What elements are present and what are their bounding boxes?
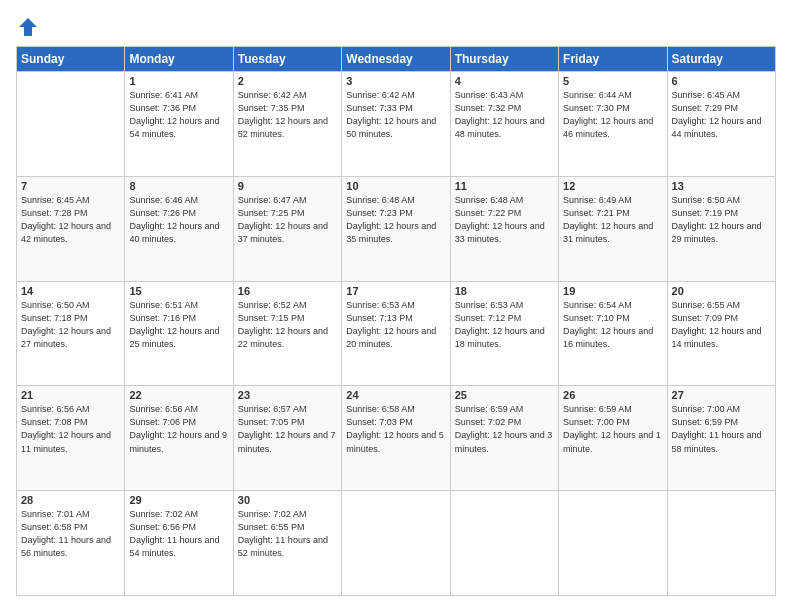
calendar-cell (342, 491, 450, 596)
calendar-cell: 26Sunrise: 6:59 AMSunset: 7:00 PMDayligh… (559, 386, 667, 491)
calendar-cell: 4Sunrise: 6:43 AMSunset: 7:32 PMDaylight… (450, 72, 558, 177)
logo (16, 16, 40, 36)
day-info: Sunrise: 6:49 AMSunset: 7:21 PMDaylight:… (563, 194, 662, 246)
weekday-header-thursday: Thursday (450, 47, 558, 72)
day-number: 11 (455, 180, 554, 192)
day-info: Sunrise: 6:54 AMSunset: 7:10 PMDaylight:… (563, 299, 662, 351)
day-info: Sunrise: 6:48 AMSunset: 7:23 PMDaylight:… (346, 194, 445, 246)
calendar-cell: 13Sunrise: 6:50 AMSunset: 7:19 PMDayligh… (667, 176, 775, 281)
calendar-cell (450, 491, 558, 596)
day-info: Sunrise: 7:00 AMSunset: 6:59 PMDaylight:… (672, 403, 771, 455)
week-row-5: 28Sunrise: 7:01 AMSunset: 6:58 PMDayligh… (17, 491, 776, 596)
day-info: Sunrise: 6:48 AMSunset: 7:22 PMDaylight:… (455, 194, 554, 246)
day-number: 25 (455, 389, 554, 401)
day-info: Sunrise: 6:58 AMSunset: 7:03 PMDaylight:… (346, 403, 445, 455)
day-info: Sunrise: 6:45 AMSunset: 7:29 PMDaylight:… (672, 89, 771, 141)
day-info: Sunrise: 6:56 AMSunset: 7:08 PMDaylight:… (21, 403, 120, 455)
day-number: 26 (563, 389, 662, 401)
day-number: 30 (238, 494, 337, 506)
calendar-cell: 9Sunrise: 6:47 AMSunset: 7:25 PMDaylight… (233, 176, 341, 281)
day-info: Sunrise: 6:42 AMSunset: 7:35 PMDaylight:… (238, 89, 337, 141)
calendar-cell: 5Sunrise: 6:44 AMSunset: 7:30 PMDaylight… (559, 72, 667, 177)
day-number: 24 (346, 389, 445, 401)
calendar-cell: 8Sunrise: 6:46 AMSunset: 7:26 PMDaylight… (125, 176, 233, 281)
day-info: Sunrise: 6:55 AMSunset: 7:09 PMDaylight:… (672, 299, 771, 351)
logo-text (16, 16, 40, 38)
day-number: 7 (21, 180, 120, 192)
svg-marker-0 (19, 18, 37, 36)
week-row-1: 1Sunrise: 6:41 AMSunset: 7:36 PMDaylight… (17, 72, 776, 177)
calendar-cell (559, 491, 667, 596)
calendar-cell: 1Sunrise: 6:41 AMSunset: 7:36 PMDaylight… (125, 72, 233, 177)
day-number: 21 (21, 389, 120, 401)
calendar-cell: 18Sunrise: 6:53 AMSunset: 7:12 PMDayligh… (450, 281, 558, 386)
calendar-cell: 7Sunrise: 6:45 AMSunset: 7:28 PMDaylight… (17, 176, 125, 281)
week-row-4: 21Sunrise: 6:56 AMSunset: 7:08 PMDayligh… (17, 386, 776, 491)
day-number: 2 (238, 75, 337, 87)
day-number: 16 (238, 285, 337, 297)
calendar-cell: 25Sunrise: 6:59 AMSunset: 7:02 PMDayligh… (450, 386, 558, 491)
day-info: Sunrise: 6:59 AMSunset: 7:00 PMDaylight:… (563, 403, 662, 455)
day-info: Sunrise: 6:45 AMSunset: 7:28 PMDaylight:… (21, 194, 120, 246)
calendar-cell: 21Sunrise: 6:56 AMSunset: 7:08 PMDayligh… (17, 386, 125, 491)
calendar-cell: 14Sunrise: 6:50 AMSunset: 7:18 PMDayligh… (17, 281, 125, 386)
calendar-cell: 23Sunrise: 6:57 AMSunset: 7:05 PMDayligh… (233, 386, 341, 491)
weekday-header-friday: Friday (559, 47, 667, 72)
page: SundayMondayTuesdayWednesdayThursdayFrid… (0, 0, 792, 612)
calendar-cell: 29Sunrise: 7:02 AMSunset: 6:56 PMDayligh… (125, 491, 233, 596)
day-number: 6 (672, 75, 771, 87)
calendar-cell: 19Sunrise: 6:54 AMSunset: 7:10 PMDayligh… (559, 281, 667, 386)
day-number: 4 (455, 75, 554, 87)
day-info: Sunrise: 6:42 AMSunset: 7:33 PMDaylight:… (346, 89, 445, 141)
calendar-cell: 27Sunrise: 7:00 AMSunset: 6:59 PMDayligh… (667, 386, 775, 491)
calendar-cell: 20Sunrise: 6:55 AMSunset: 7:09 PMDayligh… (667, 281, 775, 386)
header (16, 16, 776, 36)
calendar-cell (667, 491, 775, 596)
calendar-cell: 17Sunrise: 6:53 AMSunset: 7:13 PMDayligh… (342, 281, 450, 386)
day-info: Sunrise: 6:44 AMSunset: 7:30 PMDaylight:… (563, 89, 662, 141)
day-number: 19 (563, 285, 662, 297)
day-info: Sunrise: 6:53 AMSunset: 7:12 PMDaylight:… (455, 299, 554, 351)
day-info: Sunrise: 6:57 AMSunset: 7:05 PMDaylight:… (238, 403, 337, 455)
logo-icon (17, 16, 39, 38)
day-number: 18 (455, 285, 554, 297)
weekday-header-monday: Monday (125, 47, 233, 72)
weekday-header-row: SundayMondayTuesdayWednesdayThursdayFrid… (17, 47, 776, 72)
day-number: 29 (129, 494, 228, 506)
day-info: Sunrise: 6:59 AMSunset: 7:02 PMDaylight:… (455, 403, 554, 455)
calendar-cell: 22Sunrise: 6:56 AMSunset: 7:06 PMDayligh… (125, 386, 233, 491)
day-info: Sunrise: 6:41 AMSunset: 7:36 PMDaylight:… (129, 89, 228, 141)
day-number: 12 (563, 180, 662, 192)
calendar-cell: 6Sunrise: 6:45 AMSunset: 7:29 PMDaylight… (667, 72, 775, 177)
day-info: Sunrise: 6:51 AMSunset: 7:16 PMDaylight:… (129, 299, 228, 351)
weekday-header-sunday: Sunday (17, 47, 125, 72)
weekday-header-tuesday: Tuesday (233, 47, 341, 72)
day-number: 28 (21, 494, 120, 506)
day-number: 9 (238, 180, 337, 192)
day-number: 5 (563, 75, 662, 87)
day-number: 17 (346, 285, 445, 297)
weekday-header-saturday: Saturday (667, 47, 775, 72)
weekday-header-wednesday: Wednesday (342, 47, 450, 72)
calendar-table: SundayMondayTuesdayWednesdayThursdayFrid… (16, 46, 776, 596)
day-number: 13 (672, 180, 771, 192)
calendar-cell: 24Sunrise: 6:58 AMSunset: 7:03 PMDayligh… (342, 386, 450, 491)
calendar-cell: 2Sunrise: 6:42 AMSunset: 7:35 PMDaylight… (233, 72, 341, 177)
day-number: 20 (672, 285, 771, 297)
calendar-cell: 3Sunrise: 6:42 AMSunset: 7:33 PMDaylight… (342, 72, 450, 177)
day-number: 27 (672, 389, 771, 401)
calendar-cell: 11Sunrise: 6:48 AMSunset: 7:22 PMDayligh… (450, 176, 558, 281)
day-info: Sunrise: 6:56 AMSunset: 7:06 PMDaylight:… (129, 403, 228, 455)
calendar-cell: 15Sunrise: 6:51 AMSunset: 7:16 PMDayligh… (125, 281, 233, 386)
day-number: 1 (129, 75, 228, 87)
day-info: Sunrise: 7:01 AMSunset: 6:58 PMDaylight:… (21, 508, 120, 560)
week-row-3: 14Sunrise: 6:50 AMSunset: 7:18 PMDayligh… (17, 281, 776, 386)
day-number: 14 (21, 285, 120, 297)
day-info: Sunrise: 7:02 AMSunset: 6:55 PMDaylight:… (238, 508, 337, 560)
week-row-2: 7Sunrise: 6:45 AMSunset: 7:28 PMDaylight… (17, 176, 776, 281)
day-info: Sunrise: 6:47 AMSunset: 7:25 PMDaylight:… (238, 194, 337, 246)
day-number: 8 (129, 180, 228, 192)
calendar-cell: 30Sunrise: 7:02 AMSunset: 6:55 PMDayligh… (233, 491, 341, 596)
day-number: 3 (346, 75, 445, 87)
calendar-cell: 16Sunrise: 6:52 AMSunset: 7:15 PMDayligh… (233, 281, 341, 386)
